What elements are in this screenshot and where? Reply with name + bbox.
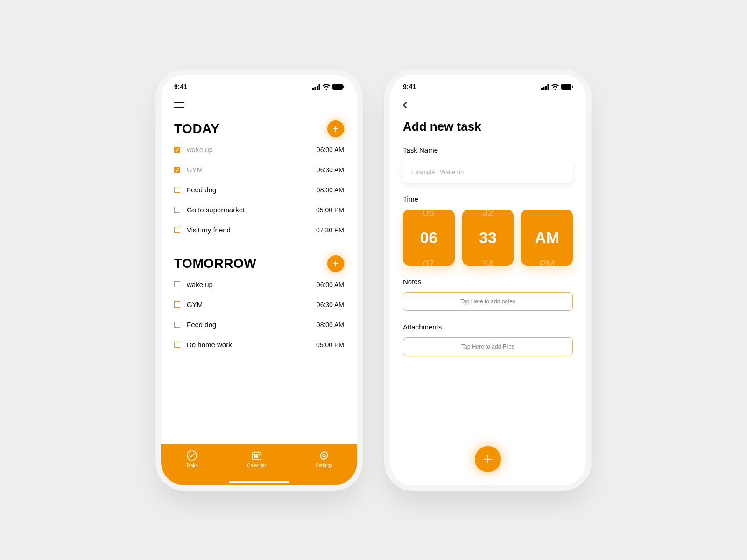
checkbox[interactable] xyxy=(174,342,180,348)
checkbox[interactable] xyxy=(174,227,180,233)
task-time: 06:30 AM xyxy=(317,301,344,308)
task-label: wake up xyxy=(187,146,213,154)
svg-rect-1 xyxy=(315,87,316,90)
attachments-label: Attachments xyxy=(403,323,573,331)
menu-icon[interactable] xyxy=(174,102,344,108)
tab-tasks[interactable]: Tasks xyxy=(186,450,198,468)
task-time: 06:00 AM xyxy=(317,281,344,288)
task-label: Feed dog xyxy=(187,186,216,194)
task-label: wake up xyxy=(187,280,213,288)
task-row[interactable]: GYM06:30 AM xyxy=(174,166,344,174)
task-row[interactable]: wake up06:00 AM xyxy=(174,280,344,288)
battery-icon xyxy=(332,84,344,90)
picker-value: 06 xyxy=(420,229,437,247)
calendar-icon xyxy=(251,450,262,461)
task-label: Do home work xyxy=(187,341,232,349)
wifi-icon xyxy=(323,84,330,90)
picker-next: PM xyxy=(539,258,555,266)
picker-next: 34 xyxy=(482,258,493,266)
page-title: Add new task xyxy=(403,119,573,134)
checkbox[interactable] xyxy=(174,167,180,173)
task-list: wake up06:00 AMGYM06:30 AMFeed dog08:00 … xyxy=(174,280,344,349)
tab-label: Settings xyxy=(316,463,332,468)
picker-value: 33 xyxy=(479,229,497,247)
submit-button[interactable] xyxy=(475,446,501,472)
plus-icon xyxy=(483,454,493,464)
check-circle-icon xyxy=(186,450,197,461)
task-label: Feed dog xyxy=(187,321,216,329)
tab-label: Calender xyxy=(247,463,266,468)
gear-icon xyxy=(318,450,330,461)
notes-label: Notes xyxy=(403,278,573,286)
add-notes-button[interactable]: Tap Here to add notes xyxy=(403,292,573,311)
status-bar: 9:41 xyxy=(390,75,586,99)
back-icon[interactable] xyxy=(403,102,573,108)
check-icon xyxy=(175,147,179,152)
picker-value: AM xyxy=(535,229,559,247)
checkbox[interactable] xyxy=(174,322,180,328)
svg-rect-2 xyxy=(317,86,318,90)
svg-rect-23 xyxy=(545,86,547,90)
task-time: 05:00 PM xyxy=(316,341,344,349)
task-label: GYM xyxy=(187,301,203,308)
home-indicator xyxy=(229,481,289,483)
task-name-input[interactable]: Example : Wake up xyxy=(403,161,573,183)
add-notes-placeholder: Tap Here to add notes xyxy=(460,298,515,305)
svg-rect-18 xyxy=(254,456,255,457)
task-time: 06:30 AM xyxy=(317,166,344,174)
task-row[interactable]: wake up06:00 AM xyxy=(174,146,344,154)
status-time: 9:41 xyxy=(174,83,187,91)
add-files-button[interactable]: Tap Here to add Files xyxy=(403,337,573,356)
add-files-placeholder: Tap Here to add Files xyxy=(461,343,514,350)
task-row[interactable]: Visit my friend07:30 PM xyxy=(174,226,344,234)
picker-next: 07 xyxy=(423,258,434,266)
svg-rect-24 xyxy=(548,84,549,90)
svg-rect-0 xyxy=(312,88,314,90)
wifi-icon xyxy=(551,84,559,90)
tasks-screen: 9:41 TODAYwake up06:00 AMGYM06:30 AMFeed… xyxy=(161,75,357,485)
svg-point-20 xyxy=(323,454,325,457)
add-task-button[interactable] xyxy=(327,255,344,272)
task-label: Go to supermarket xyxy=(187,206,245,214)
task-label: Visit my friend xyxy=(187,226,231,234)
svg-rect-3 xyxy=(319,84,320,90)
task-label: GYM xyxy=(187,166,203,174)
checkbox[interactable] xyxy=(174,187,180,193)
task-row[interactable]: Feed dog08:00 AM xyxy=(174,321,344,329)
task-row[interactable]: Feed dog08:00 AM xyxy=(174,186,344,194)
status-bar: 9:41 xyxy=(161,75,357,99)
task-time: 08:00 AM xyxy=(317,186,344,194)
picker-prev: 05 xyxy=(423,210,434,219)
checkbox[interactable] xyxy=(174,207,180,213)
tab-calendar[interactable]: Calender xyxy=(247,450,266,468)
section-title: TOMORROW xyxy=(174,256,256,271)
svg-rect-22 xyxy=(543,87,545,90)
task-row[interactable]: GYM06:30 AM xyxy=(174,301,344,308)
minute-picker[interactable]: 32 33 34 xyxy=(462,210,514,266)
signal-icon xyxy=(541,84,549,90)
task-row[interactable]: Do home work05:00 PM xyxy=(174,341,344,349)
task-time: 06:00 AM xyxy=(317,146,344,154)
section-header: TOMORROW xyxy=(174,255,344,272)
section-title: TODAY xyxy=(174,121,219,136)
svg-rect-26 xyxy=(572,86,573,88)
checkbox[interactable] xyxy=(174,147,180,153)
status-icons xyxy=(541,84,573,90)
checkbox[interactable] xyxy=(174,301,180,308)
svg-rect-21 xyxy=(541,88,543,90)
add-task-button[interactable] xyxy=(327,120,344,137)
plus-icon xyxy=(332,126,339,132)
tab-settings[interactable]: Settings xyxy=(316,450,332,468)
task-row[interactable]: Go to supermarket05:00 PM xyxy=(174,206,344,214)
hour-picker[interactable]: 05 06 07 xyxy=(403,210,455,266)
checkbox[interactable] xyxy=(174,281,180,287)
task-time: 08:00 AM xyxy=(317,321,344,329)
tab-bar: Tasks Calender Settings xyxy=(161,444,357,485)
time-label: Time xyxy=(403,195,573,203)
signal-icon xyxy=(312,84,320,90)
status-icons xyxy=(312,84,344,90)
period-picker[interactable]: AM PM xyxy=(521,210,573,266)
section-header: TODAY xyxy=(174,120,344,137)
svg-rect-4 xyxy=(332,84,343,90)
svg-rect-19 xyxy=(256,456,258,457)
